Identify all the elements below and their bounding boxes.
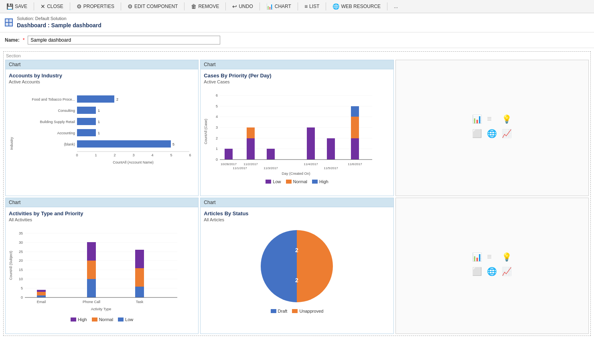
svg-text:CountAll (Account Name): CountAll (Account Name) <box>113 160 154 164</box>
svg-text:10/28/2017: 10/28/2017 <box>221 162 237 166</box>
svg-text:5: 5 <box>216 104 218 108</box>
svg-rect-50 <box>351 138 359 160</box>
svg-text:0: 0 <box>76 153 78 157</box>
toolbar-separator <box>34 2 34 10</box>
svg-text:4: 4 <box>216 115 218 119</box>
svg-text:1: 1 <box>95 153 97 157</box>
svg-text:5: 5 <box>172 142 174 146</box>
legend3-low-color <box>118 317 124 322</box>
svg-text:6: 6 <box>216 93 218 97</box>
properties-icon: ⚙ <box>77 3 82 10</box>
lightbulb-icon: 💡 <box>502 114 512 124</box>
chart-button[interactable]: 📊 CHART <box>263 2 294 11</box>
name-label: Name: <box>5 37 20 43</box>
name-input[interactable] <box>28 36 220 44</box>
toolbar: 💾 SAVE ✕ CLOSE ⚙ PROPERTIES ⚙ EDIT COMPO… <box>0 0 594 13</box>
remove-icon: 🗑 <box>191 3 197 10</box>
chart-body-4: Articles By Status All Articles 2 2 <box>201 207 393 332</box>
empty-panel-bottom: 📊 ≡ 💡 ⬜ 🌐 📈 <box>395 198 589 334</box>
grid-icon-2: ⬜ <box>472 267 482 276</box>
required-indicator: * <box>23 37 25 43</box>
legend-high: High <box>312 179 328 184</box>
svg-text:Phone Call: Phone Call <box>83 300 100 304</box>
chart-svg-3: CountAll (Subject) 0 5 10 15 <box>9 225 177 313</box>
svg-text:3: 3 <box>216 125 218 129</box>
dashboard-label: Dashboard : Sample dashboard <box>17 22 101 30</box>
web-resource-button[interactable]: 🌐 WEB RESOURCE <box>329 2 384 11</box>
list-button[interactable]: ≡ LIST <box>301 2 323 11</box>
svg-text:4: 4 <box>151 153 153 157</box>
header-text: Solution: Default Solution Dashboard : S… <box>17 16 101 30</box>
svg-rect-82 <box>87 279 96 297</box>
edit-component-icon: ⚙ <box>128 3 133 10</box>
svg-text:Task: Task <box>136 300 144 304</box>
chart-title-3: Activities by Type and Priority <box>9 210 195 216</box>
svg-text:30: 30 <box>19 241 23 245</box>
svg-rect-11 <box>77 118 96 125</box>
svg-text:20: 20 <box>19 259 23 263</box>
toolbar-separator-8 <box>326 2 326 10</box>
svg-rect-87 <box>135 250 144 268</box>
remove-button[interactable]: 🗑 REMOVE <box>188 2 222 11</box>
toolbar-separator-6 <box>259 2 260 10</box>
properties-button[interactable]: ⚙ PROPERTIES <box>73 2 118 11</box>
section-label: Section <box>5 53 589 58</box>
toolbar-separator-7 <box>298 2 298 10</box>
list-icon-empty: ≡ <box>487 114 497 124</box>
svg-rect-85 <box>135 287 144 297</box>
svg-text:Email: Email <box>37 300 46 304</box>
svg-text:Activity Type: Activity Type <box>91 307 111 311</box>
legend4-draft-color <box>271 309 276 313</box>
svg-rect-14 <box>77 129 96 136</box>
undo-icon: ↩ <box>232 3 237 10</box>
chart-title-4: Articles By Status <box>204 210 390 216</box>
svg-rect-49 <box>327 138 335 160</box>
svg-text:CountAll (Subject): CountAll (Subject) <box>9 251 13 280</box>
more-button[interactable]: ... <box>391 2 401 11</box>
svg-rect-44 <box>225 149 233 160</box>
svg-text:1: 1 <box>98 120 100 124</box>
chart-body-1: Accounts by Industry Active Accounts Ind… <box>6 69 198 194</box>
svg-text:11/3/2017: 11/3/2017 <box>264 166 278 170</box>
toolbar-separator-2 <box>70 2 70 10</box>
legend4-unapproved-color <box>292 309 298 313</box>
svg-text:Accounting: Accounting <box>57 131 75 135</box>
svg-text:3: 3 <box>132 153 134 157</box>
edit-component-button[interactable]: ⚙ EDIT COMPONENT <box>124 2 181 11</box>
grid-icon: ⬜ <box>472 129 482 138</box>
svg-rect-52 <box>351 106 359 117</box>
undo-button[interactable]: ↩ UNDO <box>229 2 256 11</box>
svg-text:5: 5 <box>21 286 23 290</box>
chart-panel-2: Chart Cases By Priority (Per Day) Active… <box>200 60 393 196</box>
svg-text:0: 0 <box>21 295 23 299</box>
svg-rect-81 <box>37 290 46 292</box>
name-field-row: Name: * <box>0 32 594 48</box>
svg-rect-51 <box>351 117 359 138</box>
list-icon-empty-2: ≡ <box>487 252 497 262</box>
legend-normal: Normal <box>286 179 307 184</box>
svg-rect-1 <box>9 19 12 22</box>
chart2-legend: Low Normal High <box>204 179 390 184</box>
chart3-legend: High Normal Low <box>9 317 195 322</box>
save-icon: 💾 <box>6 3 13 10</box>
svg-text:5: 5 <box>170 153 172 157</box>
svg-text:Food and Tobacco Proce...: Food and Tobacco Proce... <box>32 97 75 101</box>
svg-text:Industry: Industry <box>10 137 14 150</box>
save-button[interactable]: 💾 SAVE <box>3 2 30 11</box>
svg-text:Building Supply Retail: Building Supply Retail <box>40 120 75 124</box>
chart4-legend: Draft Unapproved <box>204 309 390 313</box>
chart-subtitle-4: All Articles <box>204 217 390 222</box>
toolbar-separator-9 <box>387 2 387 10</box>
svg-rect-17 <box>77 140 171 148</box>
svg-rect-83 <box>87 261 96 279</box>
legend3-high: High <box>71 317 87 322</box>
svg-rect-5 <box>77 95 114 103</box>
svg-rect-48 <box>307 127 315 160</box>
line-chart-icon-2: 📈 <box>502 267 512 276</box>
chart-svg-1: Industry 2 Food and Tobacco Proce... 1 C… <box>9 87 177 184</box>
close-button[interactable]: ✕ CLOSE <box>37 2 67 11</box>
legend4-draft: Draft <box>271 309 288 313</box>
svg-text:2: 2 <box>296 277 299 283</box>
web-resource-icon: 🌐 <box>332 3 339 10</box>
svg-text:25: 25 <box>19 250 23 254</box>
